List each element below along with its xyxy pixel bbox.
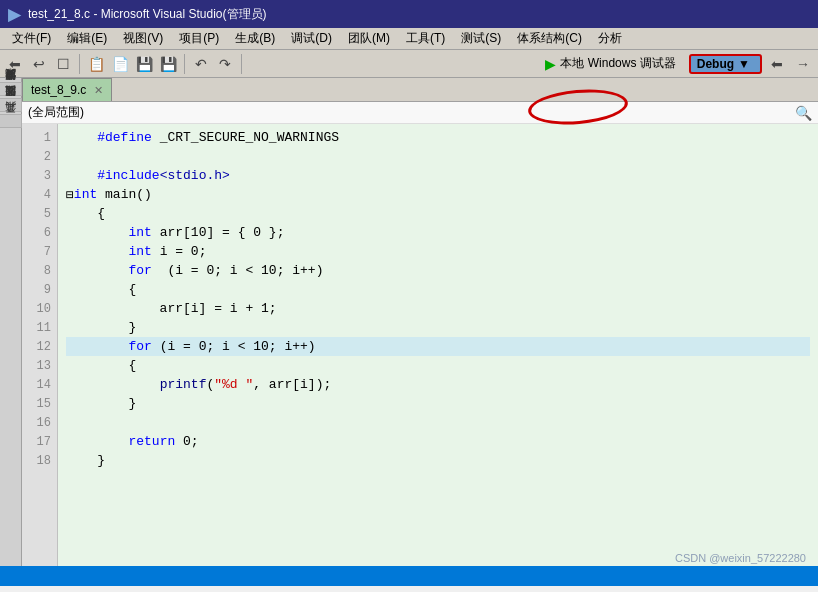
- toolbar-separator-1: [79, 54, 80, 74]
- line-num-14: 14: [22, 375, 57, 394]
- code-line-8: for (i = 0; i < 10; i++): [66, 261, 810, 280]
- debug-dropdown[interactable]: Debug ▼: [689, 54, 762, 74]
- menu-item-视图V[interactable]: 视图(V): [115, 28, 171, 49]
- toolbar-right: ▶ 本地 Windows 调试器 Debug ▼ ⬅ →: [536, 52, 814, 75]
- code-line-12: for (i = 0; i < 10; i++): [66, 337, 810, 356]
- code-line-13: {: [66, 356, 810, 375]
- line-num-17: 17: [22, 432, 57, 451]
- code-line-7: int i = 0;: [66, 242, 810, 261]
- menu-item-编辑E[interactable]: 编辑(E): [59, 28, 115, 49]
- code-line-6: int arr[10] = { 0 };: [66, 223, 810, 242]
- run-label: 本地 Windows 调试器: [560, 55, 675, 72]
- line-num-18: 18: [22, 451, 57, 470]
- window-title: test_21_8.c - Microsoft Visual Studio(管理…: [28, 6, 267, 23]
- toolbar-btn-5[interactable]: 📄: [109, 53, 131, 75]
- watermark: CSDN @weixin_57222280: [675, 552, 806, 564]
- title-bar: ▶ test_21_8.c - Microsoft Visual Studio(…: [0, 0, 818, 28]
- code-line-17: return 0;: [66, 432, 810, 451]
- side-tab-team[interactable]: 团队资源管理器: [0, 98, 22, 112]
- menu-item-生成B[interactable]: 生成(B): [227, 28, 283, 49]
- vs-logo-icon: ▶: [8, 5, 20, 24]
- toolbar: ⬅ ↩ ☐ 📋 📄 💾 💾 ↶ ↷ ▶ 本地 Windows 调试器 Debug…: [0, 50, 818, 78]
- menu-item-测试S[interactable]: 测试(S): [453, 28, 509, 49]
- dropdown-arrow-icon: ▼: [738, 57, 750, 71]
- side-tab-toolbox[interactable]: 工具箱: [0, 114, 22, 128]
- toolbar-btn-7[interactable]: 💾: [157, 53, 179, 75]
- code-line-16: [66, 413, 810, 432]
- code-line-15: }: [66, 394, 810, 413]
- menu-item-文件F[interactable]: 文件(F): [4, 28, 59, 49]
- menu-item-团队M[interactable]: 团队(M): [340, 28, 398, 49]
- line-num-10: 10: [22, 299, 57, 318]
- menu-item-工具T[interactable]: 工具(T): [398, 28, 453, 49]
- code-editor[interactable]: 1 2 3 4 5 6 7 8 9 10 11 12 13 14 15 16 1…: [22, 124, 818, 566]
- toolbar-btn-6[interactable]: 💾: [133, 53, 155, 75]
- line-num-11: 11: [22, 318, 57, 337]
- menu-item-分析[interactable]: 分析: [590, 28, 630, 49]
- code-line-4: ⊟int main(): [66, 185, 810, 204]
- file-tab-active[interactable]: test_8_9.c ✕: [22, 78, 112, 101]
- code-line-14: printf("%d ", arr[i]);: [66, 375, 810, 394]
- line-numbers: 1 2 3 4 5 6 7 8 9 10 11 12 13 14 15 16 1…: [22, 124, 58, 566]
- code-line-3: #include<stdio.h>: [66, 166, 810, 185]
- toolbar-btn-3[interactable]: ☐: [52, 53, 74, 75]
- editor-area: test_8_9.c ✕ (全局范围) 🔍 1 2 3 4 5 6 7 8 9 …: [22, 78, 818, 566]
- undo-btn[interactable]: ↶: [190, 53, 212, 75]
- menu-bar: 文件(F)编辑(E)视图(V)项目(P)生成(B)调试(D)团队(M)工具(T)…: [0, 28, 818, 50]
- code-line-9: {: [66, 280, 810, 299]
- toolbar-separator-3: [241, 54, 242, 74]
- file-tab-bar: test_8_9.c ✕: [22, 78, 818, 102]
- line-num-15: 15: [22, 394, 57, 413]
- menu-item-项目P[interactable]: 项目(P): [171, 28, 227, 49]
- line-num-1: 1: [22, 128, 57, 147]
- code-line-2: [66, 147, 810, 166]
- side-tab-solution[interactable]: 解决方案资源管理器: [0, 82, 22, 96]
- code-content[interactable]: #define _CRT_SECURE_NO_WARNINGS #include…: [58, 124, 818, 566]
- code-line-18: }: [66, 451, 810, 470]
- toolbar-extra-2[interactable]: →: [792, 53, 814, 75]
- toolbar-btn-4[interactable]: 📋: [85, 53, 107, 75]
- line-num-2: 2: [22, 147, 57, 166]
- main-layout: 解决方案资源管理器 团队资源管理器 工具箱 test_8_9.c ✕ (全局范围…: [0, 78, 818, 566]
- line-num-16: 16: [22, 413, 57, 432]
- code-line-11: }: [66, 318, 810, 337]
- menu-item-体系结构C[interactable]: 体系结构(C): [509, 28, 590, 49]
- line-num-12: 12: [22, 337, 57, 356]
- code-line-10: arr[i] = i + 1;: [66, 299, 810, 318]
- scope-bar: (全局范围) 🔍: [22, 102, 818, 124]
- run-button[interactable]: ▶ 本地 Windows 调试器: [536, 52, 684, 75]
- toolbar-btn-2[interactable]: ↩: [28, 53, 50, 75]
- line-num-13: 13: [22, 356, 57, 375]
- line-num-3: 3: [22, 166, 57, 185]
- debug-mode-label: Debug: [697, 57, 734, 71]
- play-icon: ▶: [545, 56, 556, 72]
- code-line-5: {: [66, 204, 810, 223]
- scope-label: (全局范围): [28, 104, 84, 121]
- file-tab-close[interactable]: ✕: [94, 84, 103, 97]
- line-num-4: 4: [22, 185, 57, 204]
- toolbar-btn-1[interactable]: ⬅: [4, 53, 26, 75]
- search-icon[interactable]: 🔍: [795, 105, 812, 121]
- line-num-7: 7: [22, 242, 57, 261]
- toolbar-extra-1[interactable]: ⬅: [766, 53, 788, 75]
- redo-btn[interactable]: ↷: [214, 53, 236, 75]
- file-tab-name: test_8_9.c: [31, 83, 86, 97]
- menu-item-调试D[interactable]: 调试(D): [283, 28, 340, 49]
- code-line-1: #define _CRT_SECURE_NO_WARNINGS: [66, 128, 810, 147]
- status-bar: [0, 566, 818, 586]
- line-num-9: 9: [22, 280, 57, 299]
- toolbar-separator-2: [184, 54, 185, 74]
- line-num-8: 8: [22, 261, 57, 280]
- side-tabs: 解决方案资源管理器 团队资源管理器 工具箱: [0, 78, 22, 566]
- line-num-5: 5: [22, 204, 57, 223]
- line-num-6: 6: [22, 223, 57, 242]
